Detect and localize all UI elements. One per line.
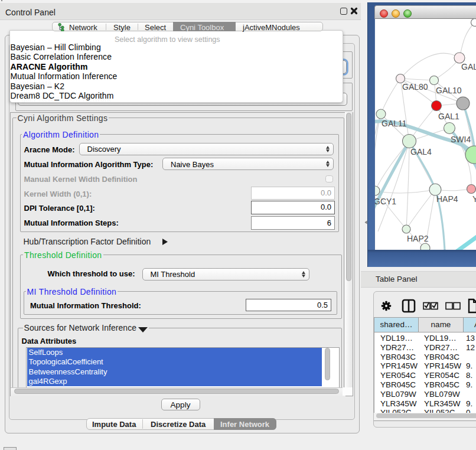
svg-text:SWI4: SWI4 [451,135,471,144]
svg-text:GAL1: GAL1 [438,112,459,121]
svg-text:GAL80: GAL80 [402,82,428,92]
svg-text:HAP2: HAP2 [407,234,429,243]
svg-text:GAL7: GAL7 [461,62,476,71]
svg-text:GCY1: GCY1 [375,197,396,206]
svg-text:HAP4: HAP4 [436,194,458,204]
svg-text:GAL10: GAL10 [436,86,462,95]
svg-text:Y: Y [472,194,476,204]
svg-text:GAL4: GAL4 [410,147,432,156]
svg-text:GAL11: GAL11 [382,119,407,128]
